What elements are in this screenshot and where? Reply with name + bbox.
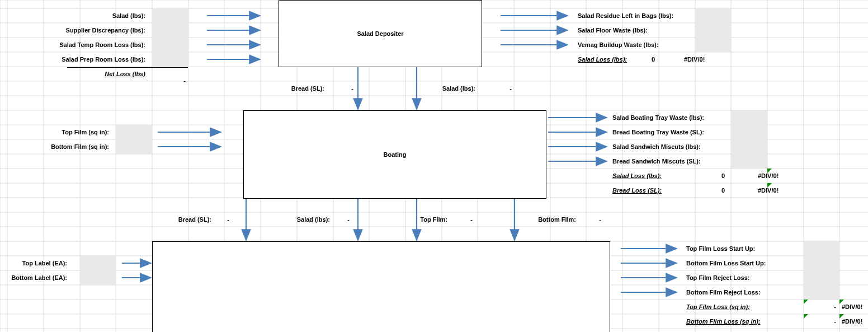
error-salad-loss-1: #DIV/0!	[684, 56, 705, 63]
label-top-film-reject: Top Film Reject Loss:	[686, 274, 749, 281]
label-top-label-ea: Top Label (EA):	[6, 260, 67, 266]
label-top-film-loss: Top Film Loss (sq in):	[686, 303, 750, 310]
net-loss-underline	[67, 67, 188, 68]
label-top-film-startup: Top Film Loss Start Up:	[686, 245, 755, 252]
flow-salad-lbs-1-val: -	[481, 85, 512, 92]
error-bread-loss-2: #DIV/0!	[758, 187, 779, 194]
label-vemag-buildup: Vemag Buildup Waste (lbs):	[578, 41, 658, 48]
flow-bread-sl-2-val: -	[213, 216, 229, 223]
error-bottom-film-loss: #DIV/0!	[842, 318, 862, 325]
label-salad-boating-tray: Salad Boating Tray Waste (lbs):	[612, 114, 704, 121]
label-bread-loss-2: Bread Loss (SL):	[612, 187, 662, 194]
flow-bread-sl-2: Bread (SL):	[167, 216, 211, 223]
flow-salad-lbs-1: Salad (lbs):	[419, 85, 475, 92]
value-net-loss: -	[152, 77, 186, 84]
label-bottom-label-ea: Bottom Label (EA):	[6, 274, 67, 281]
value-bottom-film-loss: -	[805, 318, 836, 325]
flow-top-film-val: -	[450, 216, 473, 223]
label-salad-residue: Salad Residue Left in Bags (lbs):	[578, 12, 673, 19]
label-salad-prep-room-loss: Salad Prep Room Loss (lbs):	[34, 56, 145, 63]
label-salad-sandwich-miscuts: Salad Sandwich Miscuts (lbs):	[612, 143, 701, 150]
label-top-film: Top Film (sq in):	[22, 129, 109, 135]
flow-bread-sl-1: Bread (SL):	[263, 85, 324, 92]
label-bottom-film-startup: Bottom Film Loss Start Up:	[686, 260, 766, 266]
arrows-layer	[0, 0, 868, 332]
value-salad-loss-2: 0	[721, 172, 725, 179]
label-salad-temp-room-loss: Salad Temp Room Loss (lbs):	[34, 41, 145, 48]
error-salad-loss-2: #DIV/0!	[758, 172, 779, 179]
label-salad-loss-2: Salad Loss (lbs):	[612, 172, 662, 179]
value-bread-loss-2: 0	[721, 187, 725, 194]
label-salad-floor-waste: Salad Floor Waste (lbs):	[578, 27, 648, 34]
label-bottom-film-reject: Bottom Film Reject Loss:	[686, 289, 761, 296]
value-salad-loss-1: 0	[652, 56, 655, 63]
flow-bottom-film-val: -	[579, 216, 601, 223]
flow-bread-sl-1-val: -	[330, 85, 353, 92]
flow-bottom-film: Bottom Film:	[526, 216, 576, 223]
label-salad-loss-1: Salad Loss (lbs):	[578, 56, 627, 63]
flow-top-film: Top Film:	[403, 216, 447, 223]
flow-salad-lbs-2-val: -	[333, 216, 350, 223]
label-bottom-film: Bottom Film (sq in):	[22, 143, 109, 150]
label-bottom-film-loss: Bottom Film Loss (sq in):	[686, 318, 761, 325]
value-top-film-loss: -	[805, 303, 836, 310]
label-bread-boating-tray: Bread Boating Tray Waste (SL):	[612, 129, 704, 135]
error-top-film-loss: #DIV/0!	[842, 303, 862, 310]
flow-salad-lbs-2: Salad (lbs):	[282, 216, 330, 223]
label-bread-sandwich-miscuts: Bread Sandwich Miscuts (SL):	[612, 158, 701, 165]
label-net-loss: Net Loss (lbs)	[56, 71, 145, 77]
label-supplier-discrepancy: Supplier Discrepancy (lbs):	[34, 27, 145, 34]
label-salad-lbs: Salad (lbs):	[67, 12, 145, 19]
